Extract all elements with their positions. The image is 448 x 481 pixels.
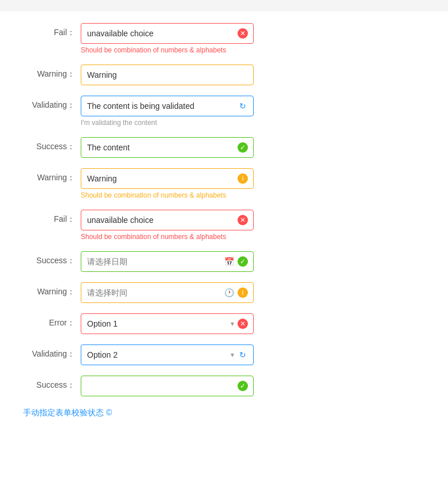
input-wrapper-success-1: ✓ [81, 137, 254, 158]
input-warning-1[interactable] [81, 65, 254, 85]
form-row-fail-1: Fail：✕Should be combination of numbers &… [0, 23, 448, 54]
clock-icon: 🕐 [224, 288, 234, 297]
form-field-wrap-validating-select: Option 2▾↻ [81, 344, 254, 365]
form-row-warning-time: Warning：🕐i [0, 282, 448, 303]
form-field-wrap-warning-1 [81, 65, 254, 85]
form-row-fail-2: Fail：✕Should be combination of numbers &… [0, 210, 448, 241]
select-validating-select[interactable]: Option 2 [81, 344, 254, 365]
form-label-warning-1: Warning： [23, 65, 81, 79]
form-message-fail-1: Should be combination of numbers & alpha… [81, 46, 254, 54]
form-row-error-select: Error：Option 1▾✕ [0, 313, 448, 334]
form-label-fail-1: Fail： [23, 23, 81, 38]
form-field-wrap-success-date: 📅✓ [81, 251, 254, 272]
status-icon-success-empty: ✓ [238, 381, 248, 391]
form-message-fail-2: Should be combination of numbers & alpha… [81, 233, 254, 241]
input-wrapper-warning-2: i [81, 168, 254, 189]
form-field-wrap-success-1: ✓ [81, 137, 254, 158]
form-row-warning-2: Warning：iShould be combination of number… [0, 168, 448, 199]
form-row-validating-1: Validating：↻I'm validating the content [0, 96, 448, 127]
status-icon-validating-1: ↻ [238, 101, 248, 111]
status-icon-success-date: ✓ [238, 256, 248, 267]
input-fail-2[interactable] [81, 210, 254, 230]
form-field-wrap-error-select: Option 1▾✕ [81, 313, 254, 334]
input-wrapper-warning-1 [81, 65, 254, 85]
form-label-success-date: Success： [23, 251, 81, 266]
form-label-validating-select: Validating： [23, 344, 81, 359]
form-field-wrap-fail-2: ✕Should be combination of numbers & alph… [81, 210, 254, 241]
input-success-empty[interactable] [81, 376, 254, 396]
form-label-success-1: Success： [23, 137, 81, 152]
status-icon-warning-time: i [238, 287, 248, 298]
form-row-success-date: Success：📅✓ [0, 251, 448, 272]
form-label-success-empty: Success： [23, 376, 81, 391]
form-label-warning-2: Warning： [23, 168, 81, 183]
input-wrapper-fail-2: ✕ [81, 210, 254, 230]
input-wrapper-validating-1: ↻ [81, 96, 254, 116]
form-field-wrap-warning-2: iShould be combination of numbers & alph… [81, 168, 254, 199]
form-row-success-1: Success：✓ [0, 137, 448, 158]
form-field-wrap-warning-time: 🕐i [81, 282, 254, 303]
input-wrapper-fail-1: ✕ [81, 23, 254, 44]
input-success-1[interactable] [81, 137, 254, 158]
input-validating-1[interactable] [81, 96, 254, 116]
select-wrapper-validating-select: Option 2▾↻ [81, 344, 254, 365]
form-field-wrap-success-empty: ✓ [81, 376, 254, 396]
form-row-validating-select: Validating：Option 2▾↻ [0, 344, 448, 365]
form-container: Fail：✕Should be combination of numbers &… [0, 23, 448, 396]
footer: 手动指定表单校验状态 © [0, 408, 448, 418]
form-label-error-select: Error： [23, 313, 81, 328]
status-icon-fail-2: ✕ [238, 215, 248, 225]
form-row-success-empty: Success：✓ [0, 376, 448, 396]
form-label-validating-1: Validating： [23, 96, 81, 111]
form-label-fail-2: Fail： [23, 210, 81, 225]
form-message-warning-2: Should be combination of numbers & alpha… [81, 191, 254, 199]
form-field-wrap-validating-1: ↻I'm validating the content [81, 96, 254, 127]
form-message-validating-1: I'm validating the content [81, 119, 254, 127]
time-wrapper-warning-time: 🕐i [81, 282, 254, 303]
form-field-wrap-fail-1: ✕Should be combination of numbers & alph… [81, 23, 254, 54]
input-wrapper-success-empty: ✓ [81, 376, 254, 396]
input-fail-1[interactable] [81, 23, 254, 44]
status-icon-fail-1: ✕ [238, 28, 248, 39]
input-warning-2[interactable] [81, 168, 254, 189]
page-container: Fail：✕Should be combination of numbers &… [0, 12, 448, 481]
select-wrapper-error-select: Option 1▾✕ [81, 313, 254, 334]
form-label-warning-time: Warning： [23, 282, 81, 297]
calendar-icon: 📅 [224, 257, 234, 266]
status-icon-warning-2: i [238, 173, 248, 184]
status-icon-error-select: ✕ [238, 319, 248, 329]
footer-link[interactable]: 手动指定表单校验状态 © [23, 408, 112, 417]
form-row-warning-1: Warning： [0, 65, 448, 85]
status-icon-validating-select: ↻ [238, 350, 248, 360]
date-wrapper-success-date: 📅✓ [81, 251, 254, 272]
status-icon-success-1: ✓ [238, 142, 248, 153]
select-error-select[interactable]: Option 1 [81, 313, 254, 334]
